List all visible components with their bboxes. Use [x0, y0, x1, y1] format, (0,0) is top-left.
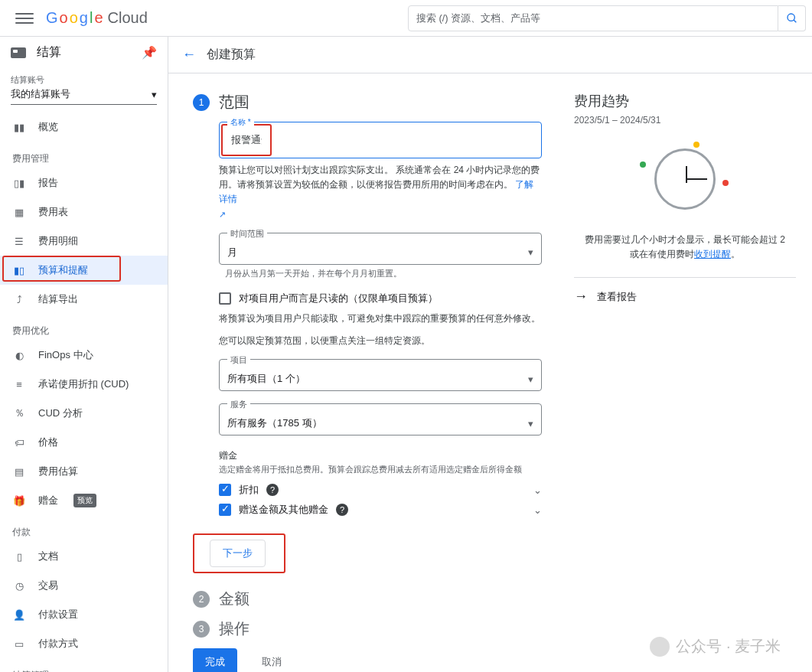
discount-checkbox[interactable]	[219, 484, 231, 496]
sidebar-item-credits[interactable]: 🎁赠金预览	[0, 486, 168, 515]
services-select[interactable]: 服务 所有服务（1785 项） ▾	[219, 403, 542, 435]
sidebar-title: 结算 📌	[0, 37, 168, 68]
gift-icon: 🎁	[12, 494, 26, 507]
credits-note: 选定赠金将用于抵扣总费用。预算会跟踪总费用减去所有适用选定赠金后所得金额	[219, 464, 542, 475]
arrow-right-icon: →	[574, 289, 588, 305]
step-3-number: 3	[193, 621, 210, 638]
sidebar-item-cud[interactable]: ≡承诺使用折扣 (CUD)	[0, 370, 168, 399]
step-1-header: 1 范围	[193, 92, 542, 113]
section-cost-optimization: 费用优化	[0, 314, 168, 341]
time-range-label: 时间范围	[227, 228, 267, 240]
finops-icon: ◐	[12, 348, 26, 362]
search-button[interactable]	[778, 5, 806, 31]
top-header: Google Cloud 搜索 (/) 资源、文档、产品等	[0, 0, 812, 37]
projects-select[interactable]: 项目 所有项目（1 个） ▾	[219, 359, 542, 391]
name-label: 名称 *	[227, 117, 254, 128]
clock-icon: ◷	[12, 579, 26, 592]
sidebar-item-export[interactable]: ⤴结算导出	[0, 285, 168, 314]
dashboard-icon: ▮▮	[12, 120, 26, 134]
section-cost-management: 费用管理	[0, 142, 168, 168]
time-range-hint: 月份从当月第一天开始，并在每个月月初重置。	[225, 268, 542, 279]
services-label: 服务	[227, 399, 250, 410]
doc-icon: ▯	[12, 550, 26, 563]
percent-icon: ％	[12, 406, 26, 420]
main: ← 创建预算 1 范围 名称 * 预算让您	[168, 37, 812, 672]
sidebar-item-payment-settings[interactable]: 👤付款设置	[0, 600, 168, 629]
view-report-link[interactable]: → 查看报告	[574, 277, 796, 315]
user-icon: 👤	[12, 608, 26, 621]
svg-point-0	[788, 14, 794, 21]
sidebar-item-transactions[interactable]: ◷交易	[0, 571, 168, 600]
list-icon: ☰	[12, 234, 26, 248]
done-button[interactable]: 完成	[193, 648, 237, 672]
credit-other-checkbox-row[interactable]: 赠送金额及其他赠金 ? ⌄	[219, 503, 542, 517]
billing-account-label: 结算账号	[0, 68, 168, 87]
card-icon: ▭	[12, 637, 26, 651]
sidebar-item-cud-analysis[interactable]: ％CUD 分析	[0, 399, 168, 428]
tag-icon: 🏷	[12, 435, 26, 449]
menu-icon[interactable]	[15, 9, 34, 28]
back-arrow-icon[interactable]: ←	[182, 47, 196, 63]
step-1-title: 范围	[219, 92, 249, 113]
page-header: ← 创建预算	[168, 37, 812, 73]
sidebar-item-budgets[interactable]: ▮▯预算和提醒	[0, 256, 168, 285]
section-payment: 付款	[0, 515, 168, 542]
table-icon: ▦	[12, 205, 26, 219]
sidebar-item-reports[interactable]: ▯▮报告	[0, 168, 168, 197]
logo[interactable]: Google Cloud	[46, 9, 148, 27]
step-1-number: 1	[193, 94, 210, 111]
cost-trend-title: 费用趋势	[574, 92, 796, 110]
chevron-down-icon[interactable]: ⌄	[533, 504, 542, 516]
budget-icon: ▮▯	[12, 263, 26, 277]
form-column: 1 范围 名称 * 预算让您可以对照计划支出跟踪实际支出。 系统通常会在 24 …	[168, 73, 566, 672]
wechat-icon	[650, 637, 670, 657]
time-range-select[interactable]: 时间范围 月 ▾	[219, 233, 542, 265]
billing-icon	[11, 47, 26, 58]
cost-trend-panel: 费用趋势 2023/5/1 – 2024/5/31 费用需要过几个小时才会显示，…	[566, 73, 796, 672]
chevron-down-icon[interactable]: ⌄	[533, 484, 542, 496]
credit-other-label: 赠送金额及其他赠金	[239, 503, 328, 517]
cancel-button[interactable]: 取消	[249, 648, 294, 672]
export-icon: ⤴	[12, 292, 26, 306]
readonly-label: 对项目用户而言是只读的（仅限单项目预算）	[239, 292, 438, 305]
credits-header: 赠金	[219, 449, 542, 462]
search-input[interactable]: 搜索 (/) 资源、文档、产品等	[408, 5, 778, 31]
pin-icon[interactable]: 📌	[142, 45, 157, 60]
next-button[interactable]: 下一步	[210, 540, 266, 567]
watermark: 公众号 · 麦子米	[650, 636, 781, 657]
step-3-header[interactable]: 3 操作	[193, 618, 542, 639]
alert-link[interactable]: 收到提醒	[694, 249, 731, 259]
readonly-checkbox-row[interactable]: 对项目用户而言是只读的（仅限单项目预算）	[219, 292, 542, 305]
sidebar-item-finops[interactable]: ◐FinOps 中心	[0, 341, 168, 370]
clock-illustration	[654, 148, 716, 210]
budget-name-input[interactable]	[223, 126, 269, 154]
external-link-icon	[219, 209, 226, 220]
readonly-checkbox[interactable]	[219, 292, 231, 305]
step-2-number: 2	[193, 591, 210, 608]
step-1-description: 预算让您可以对照计划支出跟踪实际支出。 系统通常会在 24 小时内记录您的费用。…	[219, 163, 542, 222]
sidebar-item-cost-detail[interactable]: ☰费用明细	[0, 227, 168, 256]
discount-checkbox-row[interactable]: 折扣 ? ⌄	[219, 483, 542, 497]
info-icon[interactable]: ?	[336, 504, 348, 516]
budget-name-field[interactable]: 名称 *	[219, 122, 542, 158]
chevron-down-icon: ▾	[528, 374, 533, 385]
cost-trend-range: 2023/5/1 – 2024/5/31	[574, 115, 796, 126]
step-3-title: 操作	[219, 618, 249, 639]
svg-line-1	[794, 20, 796, 22]
credit-other-checkbox[interactable]	[219, 504, 231, 516]
sidebar-item-docs[interactable]: ▯文档	[0, 542, 168, 571]
sidebar-item-payment-method[interactable]: ▭付款方式	[0, 629, 168, 658]
page-title: 创建预算	[207, 47, 256, 63]
cud-icon: ≡	[12, 377, 26, 391]
sidebar-item-estimate[interactable]: ▤费用估算	[0, 457, 168, 486]
sidebar-item-prices[interactable]: 🏷价格	[0, 428, 168, 457]
scope-note: 您可以限定预算范围，以便重点关注一组特定资源。	[219, 334, 542, 348]
chevron-down-icon: ▾	[528, 246, 533, 258]
sidebar-item-overview[interactable]: ▮▮概览	[0, 113, 168, 142]
step-2-header[interactable]: 2 金额	[193, 589, 542, 609]
readonly-note: 将预算设为项目用户只能读取，可避免对集中跟踪的重要预算的任何意外修改。	[219, 312, 542, 326]
projects-label: 项目	[227, 354, 250, 366]
info-icon[interactable]: ?	[266, 484, 279, 496]
billing-account-select[interactable]: 我的结算账号▾	[11, 87, 157, 105]
sidebar-item-cost-table[interactable]: ▦费用表	[0, 197, 168, 227]
